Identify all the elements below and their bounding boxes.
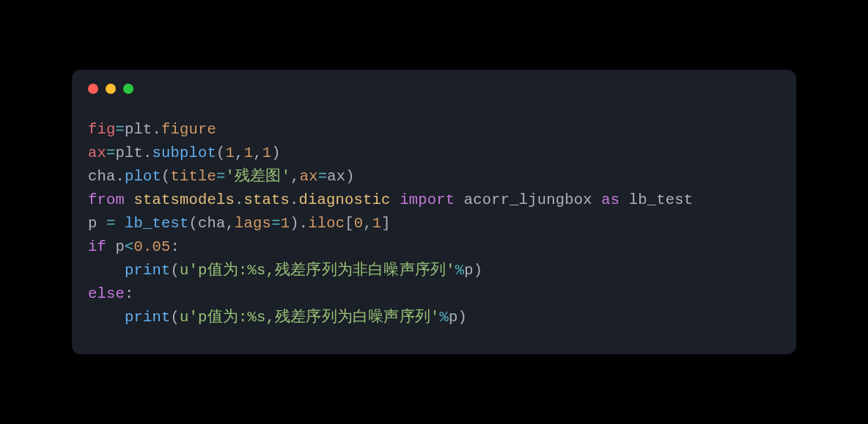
- code-token: fig: [88, 121, 116, 138]
- code-token: .: [235, 191, 244, 208]
- code-token: ): [290, 215, 299, 232]
- code-token: plt: [116, 145, 144, 161]
- code-token: (: [216, 145, 226, 161]
- code-token: ): [474, 262, 483, 279]
- minimize-icon[interactable]: [106, 84, 116, 94]
- code-token: %: [439, 309, 449, 326]
- code-token: from: [88, 191, 125, 208]
- code-token: 0: [354, 215, 364, 232]
- code-token: ,: [226, 215, 235, 232]
- code-token: subplot: [152, 145, 217, 161]
- code-token: =: [271, 215, 281, 232]
- code-token: cha: [88, 168, 116, 185]
- code-token: <: [125, 238, 134, 255]
- code-token: =: [116, 121, 125, 138]
- code-token: ): [345, 168, 355, 185]
- code-token: ,: [290, 168, 300, 185]
- code-token: [88, 262, 125, 279]
- code-token: statsmodels: [125, 191, 235, 208]
- code-token: [: [345, 215, 354, 232]
- code-token: stats: [244, 191, 290, 208]
- code-token: ,: [235, 145, 244, 161]
- code-token: as: [601, 191, 619, 208]
- code-token: '残差图': [226, 168, 291, 185]
- code-token: ax: [327, 168, 345, 185]
- code-window: fig=plt.figure ax=plt.subplot(1,1,1) cha…: [72, 70, 796, 354]
- code-token: %: [455, 262, 465, 279]
- code-token: ]: [381, 215, 391, 232]
- code-token: else: [88, 285, 125, 302]
- code-token: =: [318, 168, 328, 185]
- code-token: figure: [161, 121, 216, 138]
- code-token: print: [125, 262, 171, 279]
- code-token: title: [171, 168, 217, 185]
- code-token: 1: [226, 145, 235, 161]
- code-token: p: [449, 309, 458, 326]
- code-token: 1: [281, 215, 290, 232]
- maximize-icon[interactable]: [123, 84, 133, 94]
- code-token: print: [125, 309, 171, 326]
- code-token: =: [216, 168, 226, 185]
- code-token: (: [161, 168, 171, 185]
- code-token: 1: [372, 215, 382, 232]
- code-token: ax: [300, 168, 318, 185]
- code-token: lb_test: [619, 191, 693, 208]
- code-token: .: [116, 168, 125, 185]
- code-token: (: [171, 262, 180, 279]
- code-token: .: [143, 145, 152, 161]
- code-token: (: [189, 215, 199, 232]
- code-token: ): [458, 309, 468, 326]
- code-token: [116, 215, 125, 232]
- code-token: p: [106, 238, 125, 255]
- code-token: plt: [125, 121, 152, 138]
- code-token: ,: [253, 145, 262, 161]
- code-token: .: [290, 191, 299, 208]
- code-token: :: [171, 238, 180, 255]
- code-token: p: [88, 215, 106, 232]
- code-token: =: [106, 215, 116, 232]
- code-token: p: [464, 262, 474, 279]
- code-token: iloc: [308, 215, 345, 232]
- code-token: [88, 309, 125, 326]
- code-token: .: [299, 215, 309, 232]
- code-token: 1: [244, 145, 254, 161]
- code-token: ,: [363, 215, 372, 232]
- close-icon[interactable]: [88, 84, 98, 94]
- code-token: =: [106, 145, 116, 161]
- code-token: diagnostic: [299, 191, 400, 208]
- code-token: import: [400, 191, 455, 208]
- code-token: u'p值为:%s,残差序列为白噪声序列': [180, 309, 439, 326]
- code-block: fig=plt.figure ax=plt.subplot(1,1,1) cha…: [88, 118, 693, 329]
- code-token: acorr_ljungbox: [455, 191, 601, 208]
- code-token: plot: [125, 168, 161, 185]
- code-token: 1: [262, 145, 272, 161]
- code-token: lb_test: [125, 215, 189, 232]
- code-token: ax: [88, 145, 106, 161]
- code-token: (: [171, 309, 180, 326]
- code-token: cha: [198, 215, 226, 232]
- code-token: if: [88, 238, 106, 255]
- code-token: .: [152, 121, 162, 138]
- code-token: ): [271, 145, 281, 161]
- code-token: :: [125, 285, 134, 302]
- code-token: lags: [235, 215, 271, 232]
- window-titlebar: [72, 70, 133, 108]
- code-token: u'p值为:%s,残差序列为非白噪声序列': [180, 262, 455, 279]
- code-token: 0.05: [134, 238, 171, 255]
